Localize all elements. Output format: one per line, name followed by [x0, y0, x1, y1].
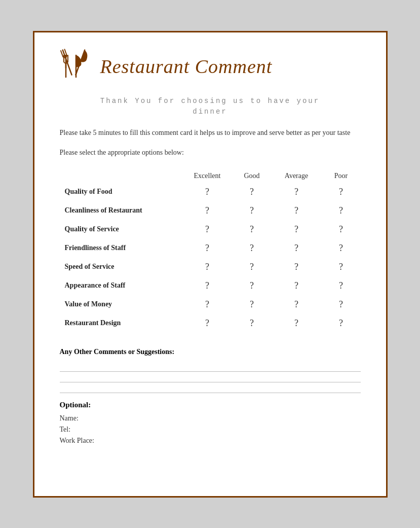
option-good[interactable]: ?: [233, 239, 272, 258]
rating-table: Excellent Good Average Poor Quality of F…: [60, 169, 361, 333]
option-excellent[interactable]: ?: [182, 201, 233, 220]
table-row: Speed of Service????: [60, 258, 361, 276]
cutlery-icon: [60, 48, 88, 80]
row-category: Quality of Food: [60, 183, 182, 201]
option-good[interactable]: ?: [233, 314, 272, 333]
table-row: Quality of Food????: [60, 183, 361, 201]
option-poor[interactable]: ?: [322, 220, 361, 239]
option-poor[interactable]: ?: [322, 314, 361, 333]
optional-title: Optional:: [60, 401, 361, 409]
option-excellent[interactable]: ?: [182, 295, 233, 314]
table-row: Value of Money????: [60, 295, 361, 314]
page-title: Restaurant Comment: [100, 55, 273, 78]
option-good[interactable]: ?: [233, 295, 272, 314]
option-excellent[interactable]: ?: [182, 239, 233, 258]
row-category: Speed of Service: [60, 258, 182, 276]
tel-field: Tel:: [60, 426, 361, 434]
comment-line-1: [60, 371, 361, 372]
option-average[interactable]: ?: [272, 183, 322, 201]
option-average[interactable]: ?: [272, 220, 322, 239]
option-poor[interactable]: ?: [322, 239, 361, 258]
option-excellent[interactable]: ?: [182, 183, 233, 201]
option-good[interactable]: ?: [233, 220, 272, 239]
option-average[interactable]: ?: [272, 276, 322, 295]
col-header-excellent: Excellent: [182, 169, 233, 183]
option-average[interactable]: ?: [272, 295, 322, 314]
row-category: Quality of Service: [60, 220, 182, 239]
table-header-row: Excellent Good Average Poor: [60, 169, 361, 183]
option-poor[interactable]: ?: [322, 258, 361, 276]
workplace-field: Work Place:: [60, 437, 361, 445]
thank-you-message: Thank You for choosing us to have your d…: [60, 96, 361, 117]
option-poor[interactable]: ?: [322, 276, 361, 295]
name-field: Name:: [60, 414, 361, 423]
option-average[interactable]: ?: [272, 239, 322, 258]
svg-line-6: [62, 50, 71, 75]
option-good[interactable]: ?: [233, 201, 272, 220]
row-category: Value of Money: [60, 295, 182, 314]
description-text: Please take 5 minutes to fill this comme…: [60, 127, 361, 138]
option-average[interactable]: ?: [272, 201, 322, 220]
col-header-good: Good: [233, 169, 272, 183]
option-average[interactable]: ?: [272, 314, 322, 333]
option-poor[interactable]: ?: [322, 183, 361, 201]
option-excellent[interactable]: ?: [182, 258, 233, 276]
option-good[interactable]: ?: [233, 258, 272, 276]
optional-section: Optional: Name: Tel: Work Place:: [60, 393, 361, 445]
comments-section: Any Other Comments or Suggestions:: [60, 348, 361, 382]
option-good[interactable]: ?: [233, 183, 272, 201]
comments-label: Any Other Comments or Suggestions:: [60, 348, 361, 356]
option-good[interactable]: ?: [233, 276, 272, 295]
option-average[interactable]: ?: [272, 258, 322, 276]
option-poor[interactable]: ?: [322, 201, 361, 220]
table-row: Cleanliness of Restaurant????: [60, 201, 361, 220]
restaurant-comment-card: Restaurant Comment Thank You for choosin…: [33, 31, 388, 498]
table-row: Restaurant Design????: [60, 314, 361, 333]
row-category: Appearance of Staff: [60, 276, 182, 295]
table-row: Friendliness of Staff????: [60, 239, 361, 258]
card-header: Restaurant Comment: [60, 53, 361, 81]
col-header-poor: Poor: [322, 169, 361, 183]
comment-line-2: [60, 382, 361, 382]
col-header-average: Average: [272, 169, 322, 183]
row-category: Friendliness of Staff: [60, 239, 182, 258]
option-excellent[interactable]: ?: [182, 314, 233, 333]
table-row: Quality of Service????: [60, 220, 361, 239]
option-excellent[interactable]: ?: [182, 276, 233, 295]
option-poor[interactable]: ?: [322, 295, 361, 314]
table-row: Appearance of Staff????: [60, 276, 361, 295]
option-excellent[interactable]: ?: [182, 220, 233, 239]
row-category: Cleanliness of Restaurant: [60, 201, 182, 220]
row-category: Restaurant Design: [60, 314, 182, 333]
instruction-text: Please select the appropriate options be…: [60, 149, 361, 157]
